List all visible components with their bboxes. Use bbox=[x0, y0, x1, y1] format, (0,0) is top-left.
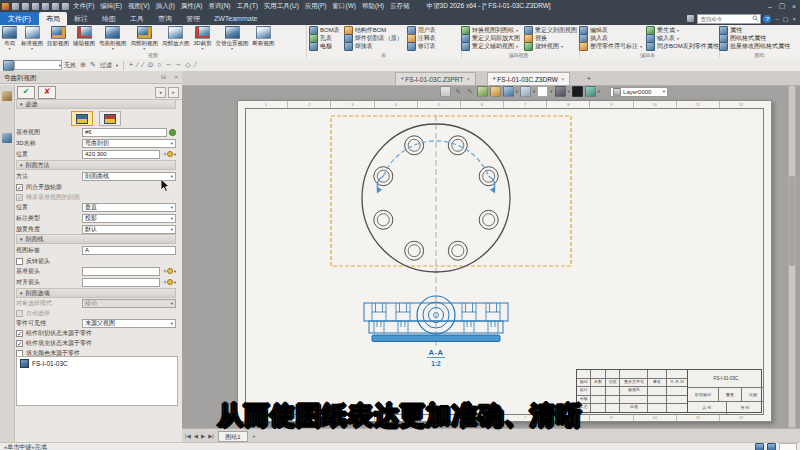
sheet-tab[interactable]: 图纸1 bbox=[218, 431, 247, 442]
tab-close-icon[interactable]: × bbox=[561, 76, 565, 82]
segment-tool-icon[interactable]: ∕ bbox=[195, 60, 196, 70]
exit-sheet-icon[interactable] bbox=[440, 86, 451, 97]
base-arrow-input[interactable] bbox=[82, 267, 160, 276]
panel-title-bar[interactable]: 弯曲剖视图 ⊟ × bbox=[0, 71, 182, 84]
tab-dimension[interactable]: 标注 bbox=[67, 12, 95, 25]
btn-sync-bom[interactable]: 同步BOM表到零件属性 bbox=[646, 43, 719, 50]
pick-view-icon[interactable] bbox=[169, 129, 176, 136]
undo-icon[interactable] bbox=[52, 3, 59, 10]
lineweight-icon[interactable] bbox=[520, 86, 531, 97]
btn-redefine-auxiliary[interactable]: 重定义辅助视图▾ bbox=[461, 43, 520, 50]
btn-user-table[interactable]: 用户表 bbox=[407, 27, 436, 34]
btn-revision-table[interactable]: 修订表 bbox=[407, 43, 436, 50]
restore-icon[interactable]: ▢ bbox=[776, 2, 788, 10]
btn-attributes[interactable]: 属性 bbox=[719, 27, 800, 34]
flip-arrow-checkbox[interactable] bbox=[16, 258, 23, 265]
btn-weldment-cutlist[interactable]: 焊件切割表（原） bbox=[344, 35, 403, 42]
arc-tool-icon[interactable]: ∼ bbox=[166, 60, 172, 70]
pencil2-icon[interactable]: ✎ bbox=[467, 87, 473, 97]
btn-redefine-detail[interactable]: 重定义局部放大图 bbox=[461, 35, 520, 42]
close-icon[interactable]: × bbox=[788, 3, 800, 10]
btn-electrode-table[interactable]: 电极 bbox=[309, 43, 340, 50]
btn-projection-view[interactable]: 投影视图 bbox=[45, 25, 71, 47]
tab-zwteammate[interactable]: ZWTeammate bbox=[207, 12, 265, 25]
hatch-icon[interactable] bbox=[490, 86, 501, 97]
menu-applications[interactable]: 应用(P) bbox=[305, 2, 327, 11]
first-sheet-icon[interactable]: |◀ bbox=[185, 433, 191, 439]
circle-point-tool-icon[interactable]: ⊙ bbox=[147, 60, 153, 70]
btn-convert-view[interactable]: 转换视图到图纸▾ bbox=[461, 27, 520, 34]
location-select[interactable]: 垂直▾ bbox=[82, 203, 176, 212]
check-cut-state[interactable]: ✓ 组件剖切状态来源于零件 bbox=[16, 328, 176, 338]
new-file-icon[interactable] bbox=[12, 3, 19, 10]
btn-structure-bom[interactable]: 结构件BOM bbox=[344, 27, 403, 34]
panel-tab-icon-1[interactable] bbox=[2, 91, 12, 101]
prev-sheet-icon[interactable]: ◀ bbox=[194, 433, 198, 439]
linetype-icon[interactable] bbox=[503, 86, 514, 97]
position-input[interactable]: 420,300 bbox=[82, 150, 160, 159]
btn-edit-table[interactable]: 编辑表 bbox=[579, 27, 642, 34]
section-base-bar[interactable] bbox=[372, 335, 500, 342]
menu-view[interactable]: 视图(V) bbox=[128, 2, 150, 11]
line-tool-icon[interactable]: ∕ bbox=[137, 60, 138, 70]
doc-close-icon[interactable]: × bbox=[792, 16, 796, 22]
toggle-bent-section-alt[interactable] bbox=[99, 111, 121, 126]
record-button[interactable]: ● bbox=[155, 87, 166, 98]
btn-standard-view[interactable]: 标准视图▾ bbox=[19, 25, 45, 50]
btn-arrange-balloons[interactable]: 整理零件序号标注▾ bbox=[579, 43, 642, 50]
part-visibility-select[interactable]: 来源父视图▾ bbox=[82, 319, 176, 328]
scrollbar-thumb[interactable] bbox=[789, 176, 795, 266]
section-line[interactable]: ▼剖面线 bbox=[16, 234, 176, 244]
open-file-icon[interactable] bbox=[22, 3, 29, 10]
section-required[interactable]: ▼必选 bbox=[16, 99, 176, 109]
redo-icon[interactable] bbox=[62, 3, 69, 10]
circle-tool-icon[interactable]: ○ bbox=[157, 60, 161, 70]
menu-help[interactable]: 帮助(H) bbox=[362, 2, 384, 11]
check-flip-arrow[interactable]: 反转箭头 bbox=[16, 256, 176, 266]
doc-restore-icon[interactable]: ▢ bbox=[783, 15, 789, 22]
tab-inquire[interactable]: 查询 bbox=[151, 12, 179, 25]
expand-icon[interactable]: « bbox=[161, 152, 167, 155]
place-angle-select[interactable]: 默认▾ bbox=[82, 225, 176, 234]
btn-local-section-view[interactable]: 局部剖视图▾ bbox=[129, 25, 161, 50]
check-close-profile[interactable]: ✓ 闭合开放轮廓 bbox=[16, 182, 176, 192]
menu-file[interactable]: 文件(F) bbox=[73, 2, 94, 11]
view-label-input[interactable]: A bbox=[82, 246, 176, 255]
home-icon[interactable] bbox=[687, 15, 694, 22]
btn-redefine-section[interactable]: 重定义剖面视图 bbox=[524, 27, 577, 34]
da-filter-combo[interactable]: ▾ bbox=[14, 60, 62, 70]
drawing-sheet[interactable]: 123456789101112 123456789101112 bbox=[237, 100, 772, 422]
point-tool-icon[interactable]: + bbox=[129, 60, 133, 70]
btn-replace[interactable]: 替换 bbox=[524, 35, 577, 42]
close-profile-checkbox[interactable]: ✓ bbox=[16, 184, 23, 191]
doc-tab-part[interactable]: * FS-I-01-03C.Z3PRT× bbox=[395, 72, 476, 85]
cancel-button[interactable]: ✘ bbox=[38, 86, 56, 99]
btn-insert-table[interactable]: 插入表 bbox=[579, 35, 642, 42]
btn-auxiliary-view[interactable]: 辅助视图 bbox=[71, 25, 97, 47]
align-arrow-input[interactable] bbox=[82, 278, 160, 287]
arrow-pick-icon[interactable] bbox=[167, 268, 173, 274]
menu-insert[interactable]: 插入(I) bbox=[156, 2, 175, 11]
polygon-tool-icon[interactable]: ◇ bbox=[185, 60, 190, 70]
print-icon[interactable] bbox=[42, 3, 49, 10]
menu-window[interactable]: 窗口(W) bbox=[333, 2, 356, 11]
add-sheet-button[interactable]: + bbox=[252, 433, 255, 439]
menu-edit[interactable]: 编辑(E) bbox=[100, 2, 122, 11]
tab-close-icon[interactable]: × bbox=[466, 76, 470, 82]
panel-tab-icon-2[interactable] bbox=[2, 133, 12, 143]
tab-layout[interactable]: 布局 bbox=[39, 12, 67, 25]
vertical-scrollbar[interactable] bbox=[788, 85, 796, 428]
expand-icon[interactable]: « bbox=[161, 280, 167, 283]
menu-attributes[interactable]: 属性(A) bbox=[181, 2, 203, 11]
btn-batch-modify-format[interactable]: 批量修改图纸格式属性 bbox=[719, 43, 800, 50]
color-swatch-icon[interactable] bbox=[572, 86, 583, 97]
drawing-canvas[interactable]: * FS-I-01-03C.Z3PRT× * FS-I-01-03C.Z3DRW… bbox=[182, 71, 800, 442]
white-swatch-icon[interactable] bbox=[537, 86, 548, 97]
section-method[interactable]: ▼剖面方法 bbox=[16, 160, 176, 170]
status-monitor-icon[interactable] bbox=[767, 443, 776, 450]
status-input[interactable] bbox=[779, 443, 797, 450]
btn-alternate-position-view[interactable]: 交替位置视图▾ bbox=[214, 25, 251, 50]
btn-import-table[interactable]: 输入表▾ bbox=[646, 35, 719, 42]
position-caret-icon[interactable]: ▾ bbox=[174, 152, 176, 157]
link-icon[interactable]: ⊕ bbox=[80, 60, 86, 70]
